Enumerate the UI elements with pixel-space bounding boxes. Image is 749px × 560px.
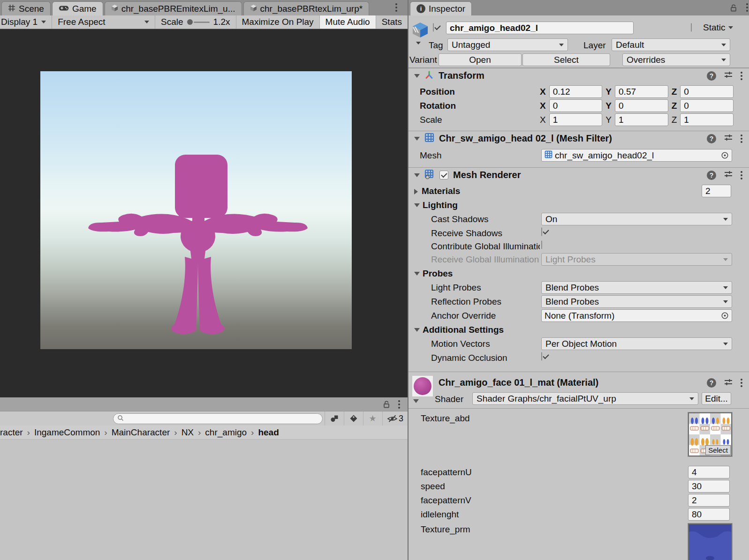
help-icon[interactable] — [707, 171, 716, 180]
transform-header[interactable]: Transform — [409, 68, 749, 83]
foldout-icon[interactable] — [414, 74, 420, 78]
dynamic-occlusion-checkbox[interactable] — [541, 352, 542, 361]
game-toolbar: Display 1 Free Aspect Scale 1.2x Maximiz… — [0, 15, 408, 29]
prefab-select-button[interactable]: Select — [522, 53, 610, 66]
prefab-overrides-dropdown[interactable]: Overrides — [622, 53, 730, 66]
stats-button[interactable]: Stats — [376, 15, 408, 29]
component-menu-icon[interactable] — [741, 382, 742, 384]
search-input[interactable] — [113, 413, 323, 424]
shader-dropdown[interactable]: Shader Graphs/chr_facialPtUV_urp — [472, 392, 698, 405]
hidden-count-button[interactable]: 3 — [382, 411, 408, 426]
breadcrumb-item-current[interactable]: head — [258, 427, 279, 438]
search-by-label-button[interactable] — [344, 411, 363, 426]
position-z-field[interactable]: 0 — [680, 85, 734, 98]
texture-abd-row: Texture_abd — [409, 408, 749, 465]
breadcrumb-item[interactable]: MainCharacter — [112, 427, 170, 438]
mute-audio-button[interactable]: Mute Audio — [320, 15, 376, 29]
position-y-field[interactable]: 0.57 — [615, 85, 668, 98]
component-menu-icon[interactable] — [741, 174, 742, 176]
texture-select-button[interactable]: Select — [705, 445, 731, 455]
favorites-button[interactable] — [363, 411, 382, 426]
anchor-override-field[interactable]: None (Transform) — [541, 309, 732, 322]
foldout-icon[interactable] — [413, 399, 419, 403]
foldout-icon[interactable] — [414, 137, 420, 141]
presets-icon[interactable] — [724, 171, 733, 179]
mesh-object-field[interactable]: chr_sw_amigo_head02_l — [541, 149, 732, 162]
tab-prefab-2[interactable]: chr_basePBRtexLim_urp* — [243, 1, 370, 15]
tabstrip-menu-icon[interactable] — [395, 7, 397, 8]
unlock-icon[interactable] — [383, 401, 390, 408]
breadcrumb-item[interactable]: IngameCommon — [34, 427, 100, 438]
materials-count-field[interactable]: 2 — [702, 185, 731, 197]
gameobject-name-field[interactable]: chr_amigo_head02_l — [446, 22, 634, 34]
mesh-renderer-header[interactable]: Mesh Renderer — [409, 167, 749, 182]
static-checkbox[interactable] — [691, 23, 692, 32]
project-content-area[interactable] — [0, 440, 408, 560]
scale-slider[interactable]: Scale 1.2x — [155, 15, 236, 29]
prefab-cube-icon — [411, 21, 429, 41]
foldout-icon[interactable] — [414, 189, 418, 194]
texture-abd-thumbnail[interactable]: Select — [688, 412, 732, 456]
scale-x-field[interactable]: 1 — [549, 113, 603, 126]
tab-scene[interactable]: Scene — [1, 1, 51, 15]
prefab-open-button[interactable]: Open — [439, 53, 522, 66]
component-enabled-checkbox[interactable] — [439, 171, 448, 179]
reflection-probes-dropdown[interactable]: Blend Probes — [541, 295, 732, 308]
presets-icon[interactable] — [724, 134, 733, 143]
slider-track[interactable] — [194, 22, 210, 23]
breadcrumb-item[interactable]: chr_amigo — [205, 427, 247, 438]
scale-z-field[interactable]: 1 — [680, 113, 734, 126]
project-menu-icon[interactable] — [398, 403, 400, 405]
component-menu-icon[interactable] — [741, 75, 742, 77]
breadcrumb-item[interactable]: racter — [0, 427, 23, 438]
object-picker-icon[interactable] — [721, 151, 729, 159]
slider-knob[interactable] — [187, 19, 193, 25]
aspect-dropdown[interactable]: Free Aspect — [52, 15, 155, 29]
static-flags-dropdown-icon[interactable] — [728, 26, 733, 29]
lighting-group-header[interactable]: Lighting — [409, 198, 749, 212]
facepatternU-field[interactable]: 4 — [688, 466, 730, 478]
active-checkbox[interactable] — [433, 23, 434, 32]
presets-icon[interactable] — [724, 71, 733, 80]
texture-prm-thumbnail[interactable] — [688, 523, 732, 560]
layer-dropdown[interactable]: Default — [612, 38, 730, 51]
y-axis-label: Y — [605, 101, 612, 111]
rotation-y-field[interactable]: 0 — [615, 99, 668, 112]
search-by-type-button[interactable] — [325, 411, 343, 426]
rotation-z-field[interactable]: 0 — [680, 99, 734, 112]
light-probes-dropdown[interactable]: Blend Probes — [541, 281, 732, 294]
component-menu-icon[interactable] — [741, 138, 742, 140]
contribute-gi-checkbox[interactable] — [541, 240, 542, 249]
maximize-on-play-button[interactable]: Maximize On Play — [236, 15, 320, 29]
game-viewport[interactable] — [40, 71, 352, 349]
rotation-x-field[interactable]: 0 — [549, 99, 603, 112]
tab-prefab-1[interactable]: chr_basePBREmitexLim_u... — [105, 1, 242, 15]
probes-group-header[interactable]: Probes — [409, 267, 749, 281]
additional-settings-group-header[interactable]: Additional Settings — [409, 323, 749, 337]
prefab-expand-icon[interactable] — [416, 42, 421, 45]
foldout-icon[interactable] — [414, 173, 420, 177]
display-dropdown[interactable]: Display 1 — [0, 15, 52, 29]
mesh-filter-header[interactable]: Chr_sw_amigo_head 02_l (Mesh Filter) — [409, 131, 749, 146]
tag-dropdown[interactable]: Untagged — [447, 38, 568, 51]
inspector-menu-icon[interactable] — [746, 7, 748, 8]
tab-inspector[interactable]: i Inspector — [410, 1, 472, 15]
help-icon[interactable] — [707, 71, 716, 81]
cast-shadows-dropdown[interactable]: On — [541, 213, 732, 225]
scale-y-field[interactable]: 1 — [615, 113, 668, 126]
idlelenght-field[interactable]: 80 — [688, 508, 730, 521]
motion-vectors-dropdown[interactable]: Per Object Motion — [541, 337, 732, 350]
unlock-icon[interactable] — [730, 4, 737, 12]
shader-edit-button[interactable]: Edit... — [702, 392, 731, 405]
breadcrumb-item[interactable]: NX — [182, 427, 194, 438]
tab-game[interactable]: Game — [52, 1, 103, 15]
reflection-probes-row: Reflection Probes Blend Probes — [409, 295, 749, 309]
help-icon[interactable] — [707, 378, 716, 388]
help-icon[interactable] — [707, 134, 716, 143]
receive-shadows-checkbox[interactable] — [541, 227, 542, 236]
object-picker-icon[interactable] — [721, 312, 729, 320]
facepatternV-field[interactable]: 2 — [688, 494, 730, 507]
speed-field[interactable]: 30 — [688, 480, 730, 493]
position-x-field[interactable]: 0.12 — [549, 85, 603, 98]
presets-icon[interactable] — [724, 379, 733, 388]
